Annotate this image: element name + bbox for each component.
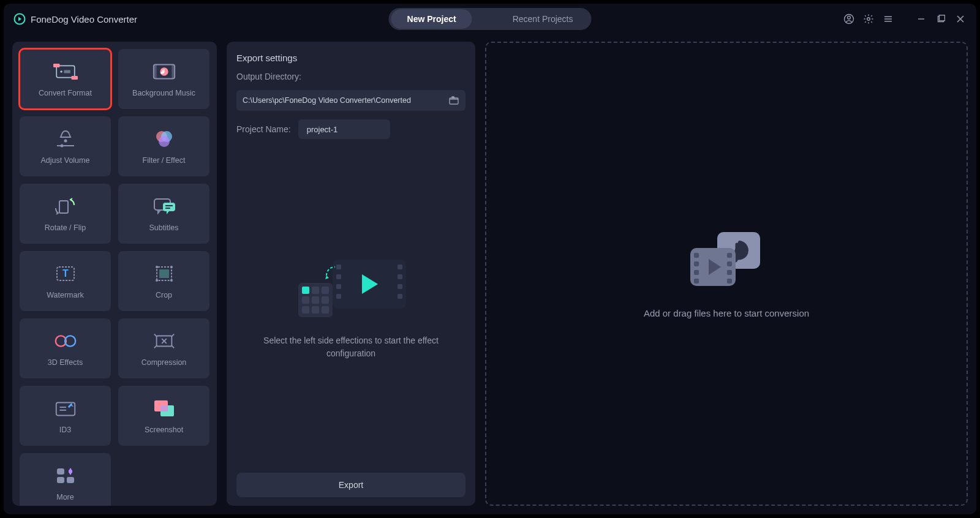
dropzone-message: Add or drag files here to start conversi… (644, 308, 809, 318)
compression-icon (152, 330, 176, 352)
background-music-icon (152, 61, 176, 83)
svg-rect-9 (940, 15, 945, 21)
app-window: FoneDog Video Converter New Project Rece… (4, 4, 976, 514)
svg-rect-59 (336, 284, 341, 289)
tile-label: More (56, 493, 74, 501)
tile-background-music[interactable]: Background Music (118, 49, 209, 109)
gear-icon[interactable] (862, 13, 875, 25)
tile-crop[interactable]: Crop (118, 251, 209, 311)
svg-rect-29 (163, 203, 175, 211)
titlebar: FoneDog Video Converter New Project Rece… (4, 4, 976, 34)
svg-point-23 (60, 145, 63, 148)
svg-rect-70 (312, 296, 319, 304)
more-icon (53, 465, 78, 487)
svg-point-13 (60, 70, 62, 72)
svg-rect-52 (67, 477, 74, 483)
svg-rect-71 (322, 296, 329, 304)
project-name-field[interactable] (298, 119, 390, 139)
svg-rect-73 (312, 306, 319, 313)
export-settings-panel: Export settings Output Directory: C:\Use… (227, 42, 475, 506)
svg-rect-64 (398, 294, 402, 299)
svg-rect-16 (71, 76, 77, 80)
tile-rotate-flip[interactable]: Rotate / Flip (20, 184, 111, 244)
rotate-flip-icon (53, 195, 78, 217)
svg-point-21 (64, 140, 67, 143)
output-directory-value: C:\Users\pc\FoneDog Video Converter\Conv… (243, 96, 448, 105)
output-directory-field[interactable]: C:\Users\pc\FoneDog Video Converter\Conv… (236, 90, 466, 111)
tab-recent-projects-label: Recent Projects (513, 14, 573, 24)
export-placeholder: Select the left side effections to start… (236, 148, 466, 464)
tile-label: Subtitles (149, 223, 179, 232)
svg-rect-74 (322, 306, 329, 313)
tab-new-project[interactable]: New Project (391, 9, 472, 29)
svg-rect-53 (57, 477, 64, 483)
export-placeholder-message: Select the left side effections to start… (253, 334, 449, 360)
svg-rect-50 (160, 405, 168, 411)
svg-rect-15 (53, 64, 59, 67)
export-settings-title: Export settings (236, 53, 466, 63)
close-button[interactable] (954, 13, 967, 25)
tile-subtitles[interactable]: Subtitles (118, 184, 209, 244)
svg-line-47 (69, 404, 71, 407)
effect-placeholder-icon (290, 252, 412, 320)
svg-rect-75 (302, 287, 309, 294)
effects-panel: Convert Format Background Music Adjust V… (12, 42, 217, 506)
dropzone[interactable]: Add or drag files here to start conversi… (485, 42, 968, 506)
tile-3d-effects[interactable]: 3D Effects (20, 318, 111, 378)
tile-more[interactable]: More (20, 453, 111, 506)
tile-label: Background Music (132, 89, 195, 97)
account-icon[interactable] (843, 13, 855, 25)
tile-screenshot[interactable]: Screenshot (118, 386, 209, 446)
svg-point-36 (156, 266, 158, 268)
tile-filter-effect[interactable]: Filter / Effect (118, 116, 209, 176)
svg-point-39 (170, 279, 173, 282)
tile-label: Screenshot (145, 426, 183, 434)
svg-rect-85 (727, 270, 732, 275)
brand: FoneDog Video Converter (13, 13, 137, 25)
body: Convert Format Background Music Adjust V… (4, 34, 976, 514)
svg-rect-79 (694, 253, 699, 258)
svg-rect-86 (727, 279, 732, 283)
svg-rect-57 (336, 265, 341, 269)
menu-icon[interactable] (882, 13, 894, 25)
folder-browse-icon[interactable] (448, 96, 459, 105)
svg-rect-84 (727, 261, 732, 266)
svg-point-2 (848, 16, 851, 19)
svg-rect-58 (336, 274, 341, 279)
svg-text:T: T (62, 268, 69, 279)
svg-point-37 (170, 266, 173, 268)
tile-label: Compression (141, 358, 187, 367)
tile-adjust-volume[interactable]: Adjust Volume (20, 116, 111, 176)
tile-label: Watermark (47, 291, 84, 299)
svg-rect-72 (302, 306, 309, 313)
project-name-input[interactable] (306, 124, 383, 135)
effects-grid: Convert Format Background Music Adjust V… (20, 49, 209, 506)
app-title: FoneDog Video Converter (31, 14, 137, 24)
svg-rect-54 (69, 470, 72, 473)
svg-rect-27 (59, 201, 68, 213)
svg-rect-63 (398, 284, 402, 289)
tile-label: Convert Format (39, 89, 92, 97)
3d-effects-icon (53, 330, 78, 352)
adjust-volume-icon (53, 128, 78, 150)
minimize-button[interactable] (915, 13, 927, 25)
tile-id3[interactable]: ID3 (20, 386, 111, 446)
maximize-button[interactable] (935, 13, 947, 25)
tile-label: 3D Effects (48, 358, 83, 367)
tile-label: ID3 (59, 426, 71, 434)
svg-rect-60 (336, 294, 341, 299)
svg-rect-68 (322, 287, 329, 294)
tab-recent-projects[interactable]: Recent Projects (497, 9, 589, 29)
export-button[interactable]: Export (236, 473, 466, 497)
export-button-label: Export (339, 480, 363, 490)
svg-rect-14 (64, 70, 70, 73)
tile-convert-format[interactable]: Convert Format (20, 49, 111, 109)
svg-rect-83 (727, 253, 732, 258)
tile-compression[interactable]: Compression (118, 318, 209, 378)
tile-label: Crop (156, 291, 172, 299)
tile-label: Filter / Effect (143, 156, 186, 165)
tile-watermark[interactable]: T Watermark (20, 251, 111, 311)
filter-effect-icon (152, 128, 176, 150)
tile-label: Rotate / Flip (45, 223, 86, 232)
subtitles-icon (152, 195, 176, 217)
